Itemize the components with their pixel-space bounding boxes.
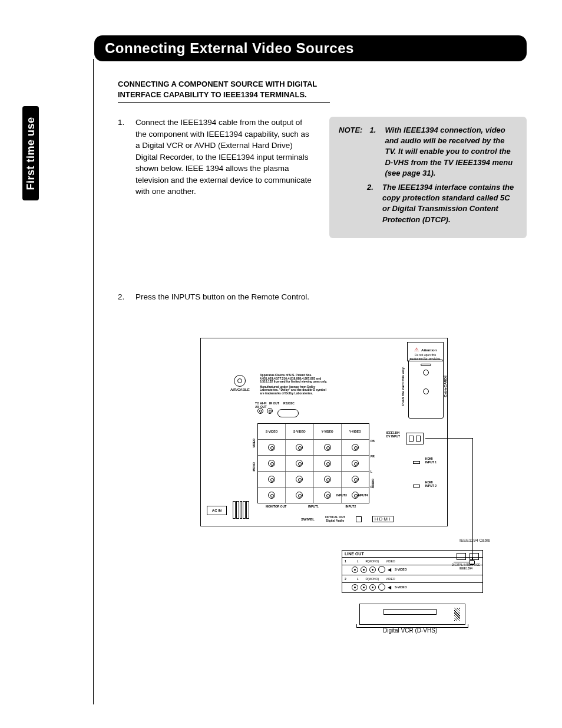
patent-text: Apparatus Claims of U.S. Patent Nos. 4,6… [260, 374, 330, 395]
attention-label: ⚠ Attention Do not open this equipment f… [407, 342, 444, 361]
digital-interface-ports [457, 553, 479, 560]
dvhs-unit [359, 604, 465, 625]
digital-interface-label: DIGITAL INTERFACE IEEE1394 [452, 564, 480, 570]
pb-label: PB [371, 440, 375, 443]
step-text: Press the INPUTS button on the Remote Co… [135, 291, 309, 303]
input34-labels: INPUT3 INPUT4 [336, 494, 368, 498]
step-number: 2. [118, 291, 128, 303]
rs232c-label: RS232C [283, 402, 295, 406]
input-jack-grid: S-VIDEO S-VIDEO Y-VIDEO Y-VIDEO [257, 423, 369, 503]
av-out-jack [257, 408, 263, 414]
manual-page: First time use Connecting External Video… [0, 0, 562, 728]
input-bottom-labels: MONITOR OUT INPUT1 INPUT2 [257, 505, 369, 508]
bottom-row: SWIVEL OPTICAL OUT Digital Audio HDMI [301, 516, 394, 522]
step-text: Connect the IEEE1394 cable from the outp… [135, 117, 315, 197]
ieee1394-port [406, 433, 424, 444]
hdmi2-port [413, 485, 420, 487]
dvhs-rear-panel: LINE OUT DIGITAL INTERFACE IEEE1394 1 L … [342, 550, 483, 593]
section-tab: First time use [22, 106, 39, 200]
note-text: With IEEE1394 connection, video and audi… [385, 125, 517, 179]
vent [233, 501, 249, 519]
optical-out-port [356, 516, 362, 522]
cable-label: IEEE1394 Cable [459, 538, 490, 542]
dvhs-caption: Digital VCR (D-VHS) [383, 627, 562, 634]
step-number: 1. [118, 117, 128, 197]
pr-label: PR [371, 455, 375, 459]
section-tab-label: First time use [25, 117, 37, 190]
tv-rear-panel: ⚠ Attention Do not open this equipment f… [200, 338, 448, 526]
video-side-label: VIDEO [253, 439, 256, 448]
note-box: NOTE: 1. With IEEE1394 connection, video… [329, 117, 527, 238]
mono-side-label: MONO [253, 462, 256, 472]
hdmi-logo: HDMI [372, 516, 394, 522]
cable-seg [425, 438, 472, 439]
connection-diagram: ⚠ Attention Do not open this equipment f… [200, 338, 530, 597]
ieee1394-label: IEEE1394 DV INPUT [386, 431, 400, 438]
attention-text: Attention [421, 348, 437, 352]
audio-l-label: L [371, 470, 372, 474]
av-out-label: TO HI-FI AV. OUT [255, 402, 266, 409]
right-column: NOTE: 1. With IEEE1394 connection, video… [329, 117, 527, 238]
rs232c-port [277, 409, 299, 417]
margin-rule [93, 59, 94, 704]
cable-seg [472, 438, 473, 562]
note-number: 2. [367, 182, 378, 225]
step-2: 2. Press the INPUTS button on the Remote… [118, 291, 527, 303]
optical-out-label: OPTICAL OUT Digital Audio [325, 516, 345, 522]
step-1: 1. Connect the IEEE1394 cable from the o… [118, 117, 315, 197]
hdmi1-label: HDMI INPUT 1 [425, 457, 437, 464]
air-cable-label: AIR/CABLE [230, 388, 250, 391]
note-label: NOTE: [339, 125, 362, 179]
swivel-label: SWIVEL [301, 518, 315, 521]
hdmi1-port [413, 461, 420, 464]
note-number: 1. [369, 125, 380, 179]
ir-out-jack [267, 408, 273, 414]
page-title: Connecting External Video Sources [94, 35, 527, 61]
hdmi2-label: HDMI INPUT 2 [425, 481, 437, 487]
left-column: 1. Connect the IEEE1394 cable from the o… [118, 117, 315, 209]
cablecard-label: CableCARD™ [444, 374, 447, 397]
warning-icon: ⚠ [414, 347, 419, 353]
content-area: CONNECTING A COMPONENT SOURCE WITH DIGIT… [118, 79, 527, 597]
two-column: 1. Connect the IEEE1394 cable from the o… [118, 117, 527, 238]
audio-label: AUDIO [372, 479, 375, 488]
note-1: NOTE: 1. With IEEE1394 connection, video… [339, 125, 517, 179]
push-card-label: Push the card this way. [401, 367, 405, 406]
ir-out-label: IR OUT [269, 402, 279, 406]
note-2: 2. The IEEE1394 interface contains the c… [339, 182, 517, 225]
note-text: The IEEE1394 interface contains the copy… [382, 182, 517, 225]
subheading: CONNECTING A COMPONENT SOURCE WITH DIGIT… [118, 79, 330, 103]
air-cable-jack: AIR/CABLE [230, 375, 250, 391]
cablecard-slot [408, 360, 444, 419]
ac-in: AC IN [207, 506, 227, 515]
